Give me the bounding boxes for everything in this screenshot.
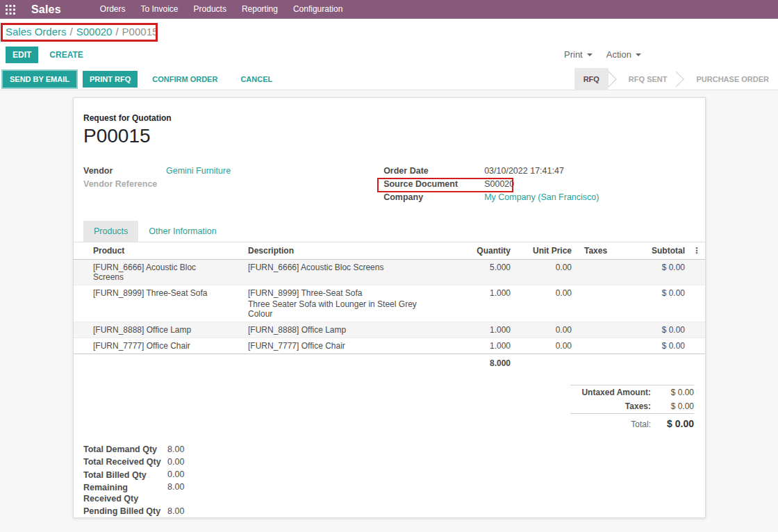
cell-unit-price: 0.00: [517, 338, 578, 354]
cell-unit-price: 0.00: [517, 322, 578, 338]
cell-product: [FURN_7777] Office Chair: [74, 338, 229, 354]
cell-taxes: [578, 285, 618, 291]
confirm-order-button[interactable]: CONFIRM ORDER: [144, 71, 226, 88]
tab-products[interactable]: Products: [83, 221, 138, 242]
document-type-label: Request for Quotation: [83, 113, 694, 123]
optional-columns-icon[interactable]: ⋮: [691, 242, 705, 259]
form-buttons-row: EDIT CREATE Print Action: [0, 43, 778, 68]
table-row[interactable]: [FURN_8999] Three-Seat Sofa [FURN_8999] …: [74, 285, 705, 322]
menu-products[interactable]: Products: [186, 0, 234, 19]
menu-orders[interactable]: Orders: [92, 0, 133, 19]
order-date-field: Order Date 03/10/2022 17:41:47: [383, 166, 694, 179]
statusbar: SEND BY EMAIL PRINT RFQ CONFIRM ORDER CA…: [0, 68, 778, 90]
total-demand-qty-label: Total Demand Qty: [83, 444, 167, 455]
field-column-left: Vendor Gemini Furniture Vendor Reference: [83, 166, 383, 206]
print-action-group: Print Action: [564, 49, 641, 60]
header-unit-price: Unit Price: [517, 242, 578, 259]
untaxed-amount-row: Untaxed Amount: $ 0.00: [570, 385, 694, 399]
stage-purchase-order[interactable]: PURCHASE ORDER: [687, 68, 778, 90]
app-menu: Orders To Invoice Products Reporting Con…: [92, 0, 351, 19]
remaining-received-qty-value: 8.00: [167, 482, 184, 492]
cell-taxes: [578, 260, 618, 265]
cell-description: [FURN_8999] Three-Seat Sofa Three Seater…: [229, 285, 447, 322]
field-column-right: Order Date 03/10/2022 17:41:47 Source Do…: [383, 166, 694, 206]
control-panel: Sales Orders/S00020/P00015 EDIT CREATE P…: [0, 19, 778, 68]
vendor-value[interactable]: Gemini Furniture: [166, 166, 231, 176]
cell-quantity: 1.000: [447, 285, 517, 301]
breadcrumb-separator: /: [115, 26, 118, 38]
print-rfq-button[interactable]: PRINT RFQ: [83, 71, 138, 88]
create-button[interactable]: CREATE: [41, 47, 91, 63]
field-group: Vendor Gemini Furniture Vendor Reference…: [74, 147, 705, 206]
vendor-reference-field: Vendor Reference: [83, 179, 383, 192]
breadcrumb-current: P00015: [122, 26, 158, 38]
source-document-value: S00020: [484, 179, 514, 189]
status-pipeline: RFQ RFQ SENT PURCHASE ORDER: [574, 68, 778, 90]
source-document-field: Source Document S00020: [383, 179, 694, 192]
table-row[interactable]: [FURN_8888] Office Lamp [FURN_8888] Offi…: [74, 322, 705, 338]
cell-product: [FURN_8999] Three-Seat Sofa: [74, 285, 229, 301]
print-menu[interactable]: Print: [564, 49, 593, 60]
document-header: Request for Quotation P00015: [74, 98, 705, 147]
breadcrumb-sales-orders[interactable]: Sales Orders: [6, 26, 67, 38]
vendor-reference-label: Vendor Reference: [83, 179, 166, 189]
total-value: $ 0.00: [651, 418, 694, 429]
caret-down-icon: [587, 53, 593, 56]
cell-quantity: 5.000: [447, 260, 517, 275]
company-field: Company My Company (San Francisco): [383, 192, 694, 206]
total-received-qty-value: 0.00: [167, 456, 184, 467]
cell-description: [FURN_6666] Acoustic Bloc Screens: [229, 260, 447, 275]
stage-arrow-icon: [609, 68, 620, 90]
header-description: Description: [229, 242, 447, 259]
cell-description-line2: Three Seater Sofa with Lounger in Steel …: [248, 298, 441, 319]
cell-description: [FURN_8888] Office Lamp: [229, 322, 447, 338]
stage-rfq-sent[interactable]: RFQ SENT: [620, 68, 677, 90]
stage-arrow-icon: [676, 68, 687, 90]
app-name[interactable]: Sales: [31, 3, 61, 16]
pending-billed-qty-value: 8.00: [167, 506, 184, 516]
apps-menu-icon[interactable]: [0, 0, 21, 19]
cancel-button[interactable]: CANCEL: [232, 71, 281, 88]
stage-rfq[interactable]: RFQ: [574, 68, 609, 90]
action-menu[interactable]: Action: [606, 49, 641, 60]
menu-reporting[interactable]: Reporting: [234, 0, 285, 19]
company-value[interactable]: My Company (San Francisco): [484, 192, 599, 202]
header-taxes: Taxes: [578, 242, 618, 259]
remaining-received-qty-label: Remaining Received Qty: [83, 482, 167, 505]
total-demand-qty-field: Total Demand Qty 8.00: [83, 444, 296, 455]
tab-other-information[interactable]: Other Information: [138, 221, 226, 242]
taxes-value: $ 0.00: [651, 401, 694, 411]
table-row[interactable]: [FURN_6666] Acoustic Bloc Screens [FURN_…: [74, 260, 705, 285]
breadcrumb: Sales Orders/S00020/P00015: [0, 19, 778, 43]
totals-block: Untaxed Amount: $ 0.00 Taxes: $ 0.00 Tot…: [570, 385, 694, 431]
pending-billed-qty-field: Pending Billed Qty 8.00: [83, 506, 296, 517]
table-footer-row: 8.000: [74, 354, 705, 372]
cell-product: [FURN_8888] Office Lamp: [74, 322, 229, 338]
company-label: Company: [383, 192, 484, 202]
header-subtotal: Subtotal: [618, 242, 691, 259]
total-label: Total:: [631, 419, 651, 429]
table-row[interactable]: [FURN_7777] Office Chair [FURN_7777] Off…: [74, 338, 705, 354]
cell-taxes: [578, 338, 618, 344]
statusbar-buttons: SEND BY EMAIL PRINT RFQ CONFIRM ORDER CA…: [3, 71, 281, 88]
cell-subtotal: $ 0.00: [618, 285, 691, 301]
untaxed-amount-value: $ 0.00: [651, 388, 694, 397]
header-quantity: Quantity: [447, 242, 517, 259]
order-date-label: Order Date: [383, 166, 484, 176]
send-by-email-button[interactable]: SEND BY EMAIL: [3, 71, 76, 88]
total-received-qty-field: Total Received Qty 0.00: [83, 456, 296, 467]
pending-billed-qty-label: Pending Billed Qty: [83, 506, 167, 517]
total-row: Total: $ 0.00: [570, 413, 694, 431]
edit-button[interactable]: EDIT: [6, 47, 38, 63]
notebook-tabs: Products Other Information: [74, 221, 705, 242]
vendor-label: Vendor: [83, 166, 166, 176]
cell-subtotal: $ 0.00: [618, 322, 691, 338]
total-billed-qty-field: Total Billed Qty 0.00: [83, 469, 296, 481]
menu-configuration[interactable]: Configuration: [285, 0, 350, 19]
breadcrumb-s00020[interactable]: S00020: [76, 26, 113, 38]
taxes-row: Taxes: $ 0.00: [570, 399, 694, 413]
order-date-value: 03/10/2022 17:41:47: [484, 166, 564, 176]
menu-to-invoice[interactable]: To Invoice: [133, 0, 186, 19]
cell-subtotal: $ 0.00: [618, 260, 691, 275]
cell-unit-price: 0.00: [517, 285, 578, 301]
